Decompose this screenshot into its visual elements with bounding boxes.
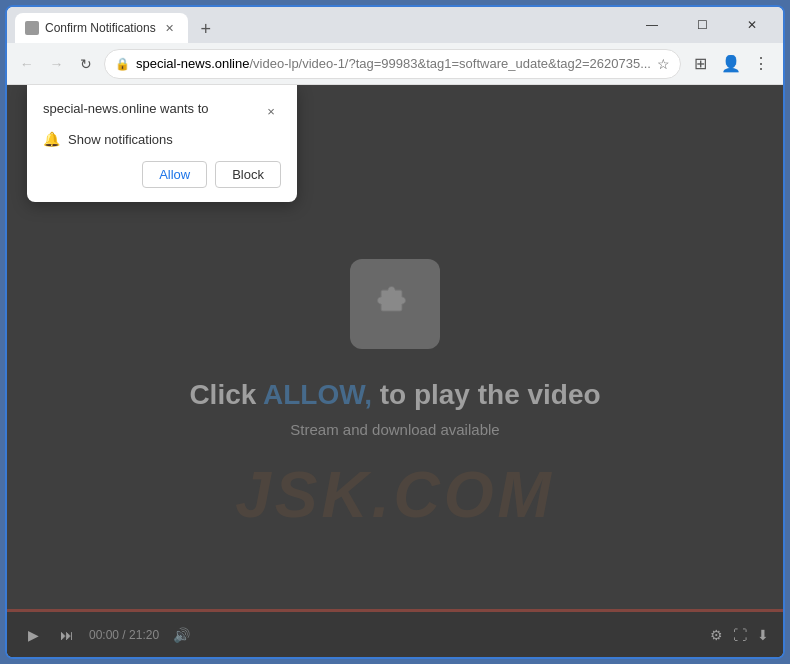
extensions-icon[interactable]: ⊞ (687, 50, 715, 78)
maximize-button[interactable]: ☐ (679, 9, 725, 41)
minimize-button[interactable]: — (629, 9, 675, 41)
lock-icon: 🔒 (115, 57, 130, 71)
tab-close-button[interactable]: ✕ (162, 20, 178, 36)
notification-popup: special-news.online wants to × 🔔 Show no… (27, 85, 297, 202)
tab-favicon (25, 21, 39, 35)
title-bar: Confirm Notifications ✕ + — ☐ ✕ (7, 7, 783, 43)
url-text: special-news.online/video-lp/video-1/?ta… (136, 56, 651, 71)
content-area: JSK.COM Click ALLOW, to play the video S… (7, 85, 783, 657)
close-button[interactable]: ✕ (729, 9, 775, 41)
popup-header: special-news.online wants to × (43, 101, 281, 121)
active-tab[interactable]: Confirm Notifications ✕ (15, 13, 188, 43)
menu-icon[interactable]: ⋮ (747, 50, 775, 78)
back-button[interactable]: ← (15, 50, 39, 78)
toolbar-icons: ⊞ 👤 ⋮ (687, 50, 775, 78)
window-controls: — ☐ ✕ (629, 9, 775, 41)
popup-site-text: special-news.online wants to (43, 101, 261, 116)
popup-buttons: Allow Block (43, 161, 281, 188)
url-path: /video-lp/video-1/?tag=99983&tag1=softwa… (249, 56, 651, 71)
bell-icon: 🔔 (43, 131, 60, 147)
url-bar[interactable]: 🔒 special-news.online/video-lp/video-1/?… (104, 49, 681, 79)
tab-area: Confirm Notifications ✕ + (15, 7, 623, 43)
address-bar: ← → ↻ 🔒 special-news.online/video-lp/vid… (7, 43, 783, 85)
allow-button[interactable]: Allow (142, 161, 207, 188)
popup-close-button[interactable]: × (261, 101, 281, 121)
forward-button[interactable]: → (45, 50, 69, 78)
popup-notification-text: Show notifications (68, 132, 173, 147)
refresh-button[interactable]: ↻ (74, 50, 98, 78)
account-icon[interactable]: 👤 (717, 50, 745, 78)
browser-window: Confirm Notifications ✕ + — ☐ ✕ ← → ↻ 🔒 … (5, 5, 785, 659)
tab-title: Confirm Notifications (45, 21, 156, 35)
popup-notification-row: 🔔 Show notifications (43, 131, 281, 147)
bookmark-icon[interactable]: ☆ (657, 56, 670, 72)
new-tab-button[interactable]: + (192, 15, 220, 43)
url-domain: special-news.online (136, 56, 249, 71)
block-button[interactable]: Block (215, 161, 281, 188)
